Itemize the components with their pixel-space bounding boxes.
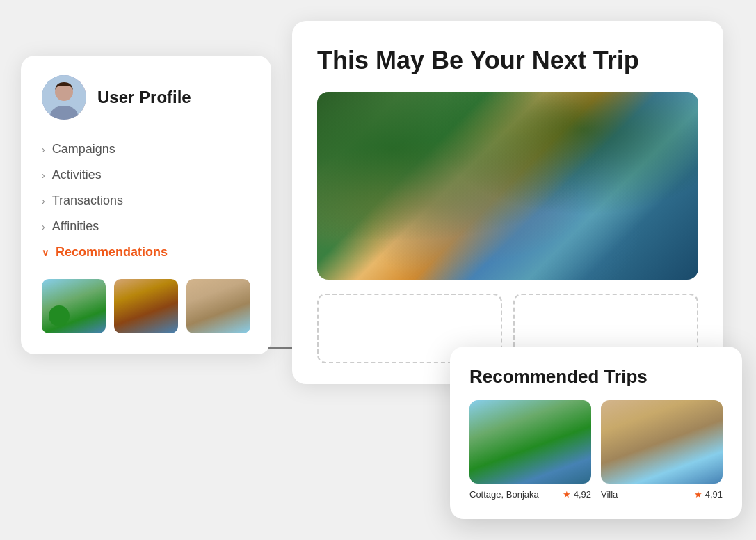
rec-card-2[interactable]: Villa ★ 4,91 <box>601 400 723 500</box>
rec-card-info-1: Cottage, Bonjaka ★ 4,92 <box>469 489 591 500</box>
rec-cards: Cottage, Bonjaka ★ 4,92 Villa ★ 4,91 <box>469 400 723 500</box>
rec-card-rating-value-2: 4,91 <box>705 489 723 500</box>
main-image-overlay <box>317 92 698 280</box>
main-image <box>317 92 698 280</box>
rec-card-1[interactable]: Cottage, Bonjaka ★ 4,92 <box>469 400 591 500</box>
rec-card-name-1: Cottage, Bonjaka <box>469 489 539 500</box>
main-panel: This May Be Your Next Trip <box>292 21 723 384</box>
rec-card-rating-2: ★ 4,91 <box>694 489 723 500</box>
thumbnail-3[interactable] <box>186 279 250 333</box>
menu-item-affinities[interactable]: › Affinities <box>42 214 250 239</box>
main-title: This May Be Your Next Trip <box>317 46 698 75</box>
menu-label-activities: Activities <box>52 168 102 182</box>
recommended-trips-title: Recommended Trips <box>469 366 723 388</box>
menu-item-transactions[interactable]: › Transactions <box>42 188 250 214</box>
menu-label-recommendations: Recommendations <box>56 245 168 260</box>
avatar <box>42 75 86 120</box>
star-icon-2: ★ <box>694 489 702 500</box>
menu-label-affinities: Affinities <box>52 219 99 234</box>
star-icon-1: ★ <box>563 489 571 500</box>
chevron-right-icon: › <box>42 144 45 155</box>
menu-item-recommendations[interactable]: ∨ Recommendations <box>42 239 250 265</box>
chevron-right-icon: › <box>42 170 45 181</box>
thumbnail-1[interactable] <box>42 279 106 333</box>
profile-header: User Profile <box>42 75 250 120</box>
thumbnail-row <box>42 279 250 333</box>
menu-label-campaigns: Campaigns <box>52 142 115 157</box>
chevron-right-icon: › <box>42 196 45 207</box>
rec-card-name-2: Villa <box>601 489 618 500</box>
thumbnail-2[interactable] <box>114 279 178 333</box>
rec-card-rating-1: ★ 4,92 <box>563 489 591 500</box>
rec-image-1 <box>469 400 591 484</box>
menu-item-campaigns[interactable]: › Campaigns <box>42 136 250 162</box>
profile-title: User Profile <box>97 88 191 107</box>
chevron-down-icon: ∨ <box>42 247 49 258</box>
menu-label-transactions: Transactions <box>52 193 123 208</box>
user-profile-panel: User Profile › Campaigns › Activities › … <box>21 56 271 354</box>
rec-card-rating-value-1: 4,92 <box>574 489 591 500</box>
rec-card-info-2: Villa ★ 4,91 <box>601 489 723 500</box>
rec-image-2 <box>601 400 723 484</box>
menu-item-activities[interactable]: › Activities <box>42 162 250 188</box>
recommended-panel: Recommended Trips Cottage, Bonjaka ★ 4,9… <box>450 347 742 519</box>
menu-list: › Campaigns › Activities › Transactions … <box>42 136 250 265</box>
chevron-right-icon: › <box>42 221 45 232</box>
